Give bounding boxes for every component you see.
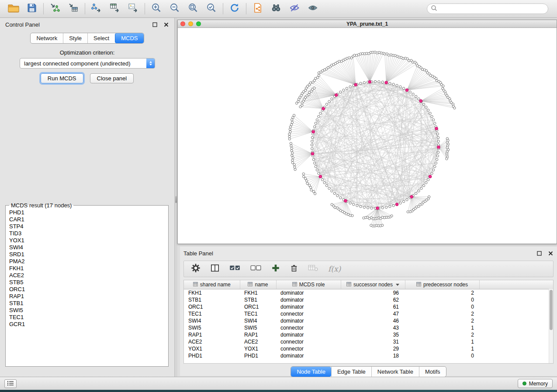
table-cell-filler	[479, 331, 553, 338]
result-node-item[interactable]: ORC1	[9, 286, 168, 293]
table-tab-edge-table[interactable]: Edge Table	[331, 367, 371, 377]
table-tab-node-table[interactable]: Node Table	[291, 367, 331, 377]
unselect-all-columns-button[interactable]	[250, 263, 262, 275]
search-input[interactable]	[437, 6, 544, 12]
table-cell: RAP1	[240, 331, 276, 338]
column-browser-button[interactable]	[210, 263, 220, 275]
column-header-shared-name[interactable]: shared name	[184, 280, 240, 289]
table-row[interactable]: ORC1ORC1dominator610	[184, 303, 553, 310]
table-cell: FKH1	[240, 289, 276, 296]
result-node-item[interactable]: STB5	[9, 279, 168, 286]
export-network-button[interactable]	[87, 1, 106, 16]
export-image-button[interactable]	[124, 1, 142, 16]
optimization-criterion-select[interactable]: largest connected component (undirected)	[20, 58, 155, 69]
memory-button[interactable]: Memory	[518, 379, 553, 388]
table-tab-network-table[interactable]: Network Table	[371, 367, 419, 377]
maximize-window-button[interactable]	[196, 21, 201, 26]
close-panel-action-button[interactable]: Close panel	[90, 73, 134, 83]
table-cell: SWI5	[240, 324, 276, 331]
search-box[interactable]	[427, 3, 548, 14]
table-row[interactable]: RAP1RAP1dominator352	[184, 331, 553, 338]
zoom-selected-icon	[206, 3, 217, 15]
table-cell-filler	[479, 317, 553, 324]
close-panel-button[interactable]	[547, 250, 554, 256]
scrollbar-thumb[interactable]	[550, 290, 553, 330]
table-row[interactable]: SWI4SWI4dominator462	[184, 317, 553, 324]
column-header-MCDS-role[interactable]: MCDS role	[276, 280, 341, 289]
delete-column-button[interactable]	[290, 263, 298, 275]
tab-style[interactable]: Style	[63, 33, 87, 43]
table-row[interactable]: STB1STB1dominator620	[184, 296, 553, 303]
import-network-icon	[50, 3, 60, 15]
folder-open-icon	[8, 3, 19, 14]
eye-icon	[308, 3, 318, 15]
main-work-area: YPA_prune.txt_1 Table Panel	[177, 18, 557, 377]
copy-style-button[interactable]	[249, 1, 267, 16]
zoom-in-button[interactable]	[147, 1, 166, 16]
find-button[interactable]	[267, 1, 285, 16]
table-row[interactable]: SWI5SWI5connector431	[184, 324, 553, 331]
mcds-result-list[interactable]: PHD1CAR1STP4TID3YOX1SWI4SRD1PMA2FKH1ACE2…	[6, 209, 168, 366]
close-window-button[interactable]	[180, 21, 185, 26]
export-table-button[interactable]	[106, 1, 124, 16]
result-node-item[interactable]: PHD1	[9, 209, 168, 216]
result-node-item[interactable]: TID3	[9, 230, 168, 237]
result-node-item[interactable]: GCR1	[9, 321, 168, 328]
table-cell: 61	[341, 303, 405, 310]
run-mcds-button[interactable]: Run MCDS	[41, 73, 83, 83]
tab-network[interactable]: Network	[31, 33, 63, 43]
tab-mcds[interactable]: MCDS	[115, 33, 143, 43]
table-row[interactable]: YOX1YOX1connector291	[184, 345, 553, 352]
column-header-name[interactable]: name	[240, 280, 276, 289]
zoom-selected-button[interactable]	[202, 1, 221, 16]
result-node-item[interactable]: PMA2	[9, 258, 168, 265]
sort-descending-icon	[396, 284, 399, 286]
table-settings-button[interactable]	[191, 263, 201, 275]
result-node-item[interactable]: STB1	[9, 300, 168, 307]
float-panel-button[interactable]	[152, 21, 158, 28]
result-node-item[interactable]: ACE2	[9, 272, 168, 279]
table-row[interactable]: TEC1TEC1connector472	[184, 310, 553, 317]
result-node-item[interactable]: STP4	[9, 223, 168, 230]
column-header-predecessor-nodes[interactable]: predecessor nodes	[405, 280, 479, 289]
zoom-fit-button[interactable]	[184, 1, 202, 16]
table-row[interactable]: ACE2ACE2connector311	[184, 338, 553, 345]
result-node-item[interactable]: SWI4	[9, 244, 168, 251]
tab-select[interactable]: Select	[87, 33, 115, 43]
create-column-button[interactable]	[271, 263, 280, 275]
table-cell: connector	[276, 324, 341, 331]
import-network-button[interactable]	[46, 1, 64, 16]
function-builder-button[interactable]: f(x)	[328, 265, 341, 273]
table-row[interactable]: PHD1PHD1dominator180	[184, 352, 553, 359]
delete-table-button[interactable]	[308, 263, 318, 275]
import-table-button[interactable]	[64, 1, 83, 16]
column-header-successor-nodes[interactable]: successor nodes	[341, 280, 405, 289]
table-cell: 62	[341, 296, 405, 303]
task-history-button[interactable]	[4, 379, 17, 388]
table-tab-motifs[interactable]: Motifs	[419, 367, 446, 377]
hide-details-button[interactable]	[285, 1, 304, 16]
table-scrollbar[interactable]	[549, 289, 553, 363]
select-all-columns-button[interactable]	[229, 263, 241, 275]
table-cell: 18	[341, 352, 405, 359]
result-node-item[interactable]: TEC1	[9, 314, 168, 321]
result-node-item[interactable]: SRD1	[9, 251, 168, 258]
result-node-item[interactable]: SWI5	[9, 307, 168, 314]
show-details-button[interactable]	[304, 1, 322, 16]
table-row[interactable]: FKH1FKH1dominator962	[184, 289, 553, 296]
zoom-out-button[interactable]	[166, 1, 184, 16]
close-panel-button[interactable]	[163, 21, 169, 28]
network-graph[interactable]	[178, 28, 557, 244]
save-session-button[interactable]	[23, 1, 41, 16]
network-canvas[interactable]	[178, 28, 557, 244]
table-cell-filler	[479, 289, 553, 296]
minimize-window-button[interactable]	[188, 21, 193, 26]
open-session-button[interactable]	[4, 1, 23, 16]
result-node-item[interactable]: FKH1	[9, 265, 168, 272]
float-panel-button[interactable]	[536, 250, 542, 256]
apply-layout-button[interactable]	[225, 1, 244, 16]
result-node-item[interactable]: CAR1	[9, 216, 168, 223]
network-window-titlebar[interactable]: YPA_prune.txt_1	[178, 20, 557, 28]
result-node-item[interactable]: RAP1	[9, 293, 168, 300]
result-node-item[interactable]: YOX1	[9, 237, 168, 244]
